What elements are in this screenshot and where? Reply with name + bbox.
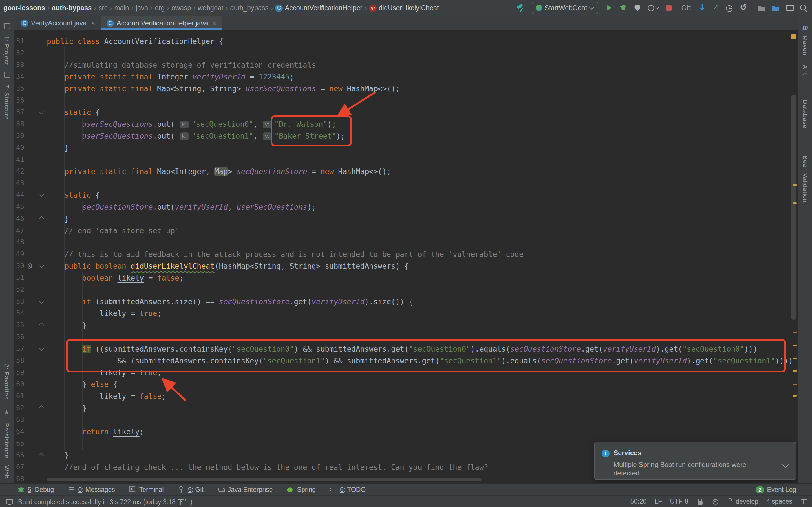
horizontal-scrollbar[interactable]: [47, 478, 481, 481]
highlighting-level-icon[interactable]: [711, 498, 719, 505]
code-line-42[interactable]: 42 private static final Map<Integer, Map…: [14, 166, 798, 177]
update-project-icon[interactable]: [696, 3, 707, 13]
code-line-59[interactable]: 59 likely = true;: [14, 367, 798, 379]
code-line-50[interactable]: 50@ public boolean didUserLikelylCheat(H…: [14, 260, 798, 272]
vertical-scrollbar[interactable]: [791, 95, 796, 320]
code-line-56[interactable]: 56: [14, 331, 798, 343]
fold-down-icon[interactable]: [38, 191, 44, 197]
error-stripe-mark[interactable]: [793, 332, 797, 334]
fold-toggle[interactable]: [36, 450, 47, 461]
file-encoding[interactable]: UTF-8: [670, 498, 688, 505]
stripe-button-2-favorites[interactable]: 2: Favorites: [3, 363, 10, 399]
toolwindow-button-6-todo[interactable]: 6: TODO: [329, 486, 366, 494]
line-number[interactable]: 48: [14, 237, 24, 248]
run-icon[interactable]: [604, 3, 614, 13]
code-line-41[interactable]: 41: [14, 154, 798, 166]
line-number[interactable]: 51: [14, 272, 24, 284]
code-line-46[interactable]: 46 }: [14, 213, 798, 225]
line-number[interactable]: 67: [14, 461, 24, 473]
stripe-button-web[interactable]: Web: [3, 465, 10, 479]
breadcrumb-item-auth-bypass[interactable]: auth_bypass: [229, 4, 269, 12]
chevron-down-icon[interactable]: [782, 462, 789, 468]
rollback-icon[interactable]: [739, 3, 749, 13]
error-stripe-mark[interactable]: [793, 384, 797, 385]
fold-toggle[interactable]: [36, 189, 47, 201]
breadcrumb-item-java[interactable]: java: [135, 4, 149, 12]
error-stripe-mark[interactable]: [793, 395, 797, 397]
code-line-44[interactable]: 44 static {: [14, 189, 798, 201]
line-number[interactable]: 62: [14, 402, 24, 414]
line-number[interactable]: 59: [14, 367, 24, 379]
star-icon[interactable]: ★: [4, 408, 10, 416]
line-number[interactable]: 63: [14, 414, 24, 426]
fold-toggle[interactable]: [36, 213, 47, 225]
toolwindow-button-9-git[interactable]: 9: Git: [177, 486, 204, 494]
fold-up-icon[interactable]: [38, 405, 44, 411]
code-line-36[interactable]: 36: [14, 95, 798, 107]
line-number[interactable]: 49: [14, 248, 24, 260]
stripe-button-database[interactable]: Database: [802, 100, 809, 128]
breadcrumb-item-main[interactable]: main: [113, 4, 130, 12]
breadcrumb-item-webgoat[interactable]: webgoat: [197, 4, 225, 12]
stripe-button-maven[interactable]: Maven: [802, 36, 809, 55]
line-number[interactable]: 57: [14, 343, 24, 355]
line-number[interactable]: 37: [14, 107, 24, 118]
fold-toggle[interactable]: [36, 260, 47, 272]
line-number[interactable]: 64: [14, 426, 24, 438]
code-line-31[interactable]: 31public class AccountVerificationHelper…: [14, 36, 798, 47]
breadcrumb-item-org[interactable]: org: [154, 4, 166, 12]
code-line-62[interactable]: 62 }: [14, 402, 798, 414]
error-stripe-mark[interactable]: [793, 345, 797, 346]
breadcrumb-item-src[interactable]: src: [97, 4, 109, 12]
breadcrumb-item-goat-lessons[interactable]: goat-lessons: [2, 4, 46, 12]
editor-columns-icon[interactable]: [800, 498, 808, 505]
stripe-button-1-project[interactable]: 1: Project: [3, 36, 10, 65]
code-line-39[interactable]: 39 userSecQuestions.put( k:"secQuestion1…: [14, 130, 798, 142]
line-number[interactable]: 66: [14, 450, 24, 461]
line-number[interactable]: 46: [14, 213, 24, 225]
line-number[interactable]: 61: [14, 390, 24, 402]
line-number[interactable]: 45: [14, 201, 24, 213]
debug-icon[interactable]: [618, 3, 628, 13]
stripe-button-ant[interactable]: Ant: [802, 64, 809, 75]
line-number[interactable]: 38: [14, 118, 24, 130]
tab-accountverificationhelper-java[interactable]: CAccountVerificationHelper.java×: [101, 16, 222, 30]
fold-up-icon[interactable]: [38, 453, 44, 458]
toolwindow-button-terminal[interactable]: Terminal: [129, 486, 164, 494]
code-line-43[interactable]: 43: [14, 177, 798, 189]
folder-icon[interactable]: [756, 3, 766, 13]
code-line-48[interactable]: 48: [14, 237, 798, 248]
services-popup[interactable]: i Services Multiple Spring Boot run conf…: [594, 442, 796, 480]
remote-folder-icon[interactable]: [770, 3, 780, 13]
line-number[interactable]: 52: [14, 284, 24, 296]
fold-up-icon[interactable]: [38, 216, 44, 222]
code-area[interactable]: 31public class AccountVerificationHelper…: [14, 36, 798, 483]
code-line-33[interactable]: 33 //simulating database storage of veri…: [14, 59, 798, 71]
line-number[interactable]: 55: [14, 320, 24, 331]
toolwindow-button-event-log[interactable]: 2Event Log: [756, 486, 796, 493]
toolwindow-toggle-icon[interactable]: [6, 498, 13, 505]
line-number[interactable]: 65: [14, 438, 24, 450]
line-number[interactable]: 33: [14, 59, 24, 71]
code-line-49[interactable]: 49 // this is to aid feedback in the att…: [14, 248, 798, 260]
tab-verifyaccount-java[interactable]: CVerifyAccount.java×: [15, 16, 101, 30]
fold-toggle[interactable]: [36, 320, 47, 331]
toolwindow-button-0-messages[interactable]: 0: Messages: [67, 486, 115, 494]
line-number[interactable]: 60: [14, 379, 24, 390]
code-line-38[interactable]: 38 userSecQuestions.put( k:"secQuestion0…: [14, 118, 798, 130]
close-tab-icon[interactable]: ×: [213, 19, 216, 27]
code-line-60[interactable]: 60 } else {: [14, 379, 798, 390]
fold-down-icon[interactable]: [38, 109, 44, 114]
breadcrumb-item-auth-bypass[interactable]: auth-bypass: [51, 4, 93, 12]
fold-down-icon[interactable]: [38, 298, 44, 304]
monitor-icon[interactable]: [784, 3, 795, 13]
line-separator[interactable]: LF: [654, 498, 662, 505]
line-number[interactable]: 53: [14, 296, 24, 307]
fold-toggle[interactable]: [36, 107, 47, 118]
inspection-status-icon[interactable]: [791, 34, 796, 39]
breadcrumb-item-diduserlikelylcheat[interactable]: mdidUserLikelylCheat: [368, 4, 440, 12]
stripe-button-bean-validation[interactable]: Bean Validation: [802, 155, 809, 203]
lock-icon[interactable]: [696, 498, 703, 505]
line-number[interactable]: 56: [14, 331, 24, 343]
line-number[interactable]: 35: [14, 83, 24, 95]
